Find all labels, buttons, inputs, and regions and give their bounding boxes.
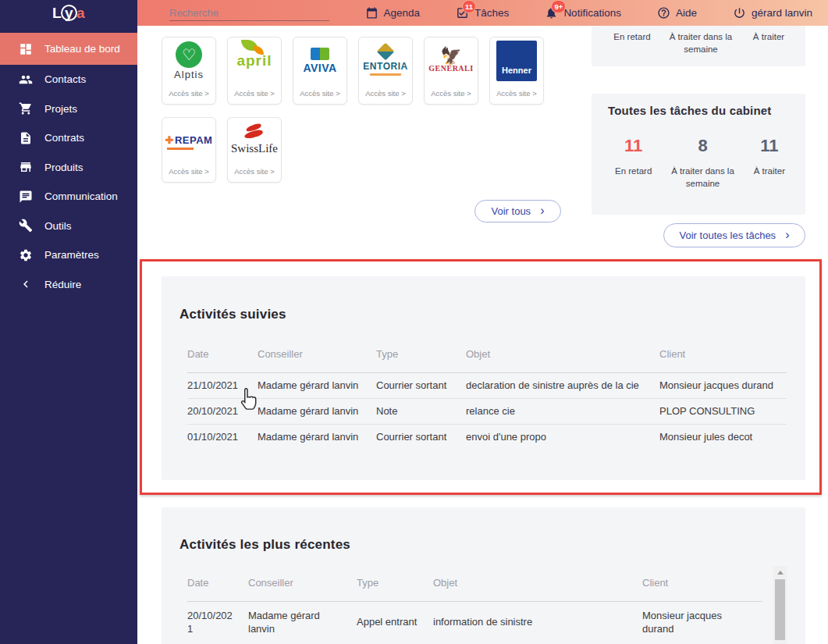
table-row[interactable]: 01/10/2021 Madame gérard lanvin Courrier… xyxy=(187,425,787,450)
stat-value: 11 xyxy=(760,136,778,156)
column-header: Conseiller xyxy=(248,577,357,589)
search-input[interactable] xyxy=(169,5,329,21)
sidebar-item-label: Réduire xyxy=(44,279,81,290)
entoria-cube-icon xyxy=(377,43,395,61)
sidebar-item-label: Tableau de bord xyxy=(44,43,120,55)
partner-name: AVIVA xyxy=(303,62,336,74)
followed-activities-card: Activités suivies Date Conseiller Type O… xyxy=(162,276,805,480)
notifications-button[interactable]: 9+ Notifications xyxy=(545,6,621,20)
dashboard-page: L y a Tableau de bord Contacts Projets C… xyxy=(0,0,828,644)
help-button[interactable]: Aide xyxy=(657,6,697,20)
sidebar-nav: Tableau de bord Contacts Projets Contrat… xyxy=(0,33,137,299)
sidebar-item-label: Communication xyxy=(44,190,118,202)
stat-value: 8 xyxy=(698,136,707,156)
alptis-heart-icon: ♡ xyxy=(176,41,202,68)
stat-label: En retard xyxy=(609,31,656,55)
partner-card-entoria[interactable]: ENTORIA Accès site > xyxy=(358,37,413,105)
stat-label: À traiter xyxy=(746,31,791,55)
access-site-link[interactable]: Accès site > xyxy=(234,84,274,104)
sidebar-item-communication[interactable]: Communication xyxy=(0,182,137,212)
stat-value: 11 xyxy=(624,136,642,156)
partner-card-generali[interactable]: 🦅 GENERALI Accès site > xyxy=(424,37,478,105)
top-header: Agenda 11 Tâches 9+ Notifications Aide g… xyxy=(137,0,828,26)
section-title: Activités suivies xyxy=(162,276,805,322)
user-name: gérard lanvin xyxy=(752,7,812,19)
table-header-row: Date Conseiller Type Objet Client xyxy=(187,348,787,360)
sidebar: L y a Tableau de bord Contacts Projets C… xyxy=(0,0,137,644)
partner-name: Alptis xyxy=(174,69,204,80)
access-site-link[interactable]: Accès site > xyxy=(169,162,208,182)
access-site-link[interactable]: Accès site > xyxy=(234,162,274,182)
power-icon xyxy=(733,6,746,20)
agenda-button[interactable]: Agenda xyxy=(365,6,421,20)
aviva-flag-icon xyxy=(311,48,329,60)
access-site-link[interactable]: Accès site > xyxy=(496,84,536,104)
recent-activities-card: Activités les plus récentes Date Conseil… xyxy=(162,507,805,644)
sidebar-item-contrats[interactable]: Contrats xyxy=(0,123,137,153)
swisslife-swoosh-icon xyxy=(244,125,265,139)
sidebar-item-outils[interactable]: Outils xyxy=(0,212,137,241)
partner-card-henner[interactable]: Henner Accès site > xyxy=(489,37,544,105)
partner-name: ENTORIA xyxy=(363,61,407,72)
column-header: Type xyxy=(357,577,433,589)
tasks-button[interactable]: 11 Tâches xyxy=(456,6,509,20)
chevron-left-icon xyxy=(19,277,33,291)
stat-label: À traiter dans la semaine xyxy=(668,165,738,190)
table-row[interactable]: 20/10/2021 Madame gérard lanvin Note rel… xyxy=(187,399,787,425)
partner-card-alptis[interactable]: ♡ Alptis Accès site > xyxy=(162,37,216,105)
repam-plus-icon: ✚ xyxy=(165,134,174,146)
user-menu-button[interactable]: gérard lanvin xyxy=(733,6,812,20)
partner-name: Henner xyxy=(502,66,531,75)
stat-overdue: 11 En retard xyxy=(615,136,652,190)
stat-label: En retard xyxy=(615,165,652,178)
see-all-tasks-button[interactable]: Voir toutes les tâches › xyxy=(663,223,805,247)
sidebar-item-label: Projets xyxy=(44,103,77,115)
app-logo[interactable]: L y a xyxy=(0,0,137,26)
sidebar-item-label: Outils xyxy=(44,220,72,232)
column-header: Conseiller xyxy=(258,348,376,360)
sidebar-item-parametres[interactable]: Paramètres xyxy=(0,240,137,270)
stat-week: 8 À traiter dans la semaine xyxy=(668,136,738,190)
access-site-link[interactable]: Accès site > xyxy=(431,84,471,104)
access-site-link[interactable]: Accès site > xyxy=(365,84,405,104)
access-site-link[interactable]: Accès site > xyxy=(300,84,339,104)
scrollbar-thumb[interactable] xyxy=(775,579,785,640)
column-header: Client xyxy=(659,348,787,360)
partner-card-swisslife[interactable]: SwissLife Accès site > xyxy=(227,117,282,183)
partner-card-repam[interactable]: ✚REPAM Accès site > xyxy=(162,117,216,183)
people-icon xyxy=(19,73,33,87)
column-header: Objet xyxy=(466,348,659,360)
partner-card-april[interactable]: april Accès site > xyxy=(227,37,282,105)
access-site-link[interactable]: Accès site > xyxy=(169,84,208,104)
sidebar-item-produits[interactable]: Produits xyxy=(0,153,137,183)
repam-logo: ✚REPAM xyxy=(165,134,213,146)
help-icon xyxy=(657,6,670,20)
column-header: Type xyxy=(376,348,466,360)
stat-label: À traiter xyxy=(754,165,785,178)
tasks-label: Tâches xyxy=(474,7,509,19)
partner-card-aviva[interactable]: AVIVA Accès site > xyxy=(293,37,347,105)
logo-letter-y: y xyxy=(61,5,77,21)
gear-icon xyxy=(19,248,33,262)
cabinet-tasks-panel: Toutes les tâches du cabinet 11 En retar… xyxy=(592,94,805,215)
table-scrollbar[interactable] xyxy=(773,566,787,644)
column-header: Date xyxy=(187,348,258,360)
table-row[interactable]: 21/10/2021 Madame gérard lanvin Courrier… xyxy=(187,373,787,399)
partner-name: GENERALI xyxy=(428,64,473,73)
my-tasks-panel-cut: En retard À traiter dans la semaine À tr… xyxy=(592,26,805,66)
sidebar-item-reduire[interactable]: Réduire xyxy=(0,270,137,300)
panel-title: Toutes les tâches du cabinet xyxy=(592,94,805,117)
chat-icon xyxy=(19,190,33,204)
sidebar-item-projets[interactable]: Projets xyxy=(0,94,137,124)
scrollbar-up-arrow[interactable] xyxy=(773,566,787,578)
column-header: Objet xyxy=(433,577,642,589)
table-row[interactable]: 20/10/2021 Madame gérard lanvin Appel en… xyxy=(187,602,762,644)
stat-todo: 11 À traiter xyxy=(754,136,785,190)
tasks-badge: 11 xyxy=(462,0,476,13)
april-logo: april xyxy=(236,52,272,69)
sidebar-item-contacts[interactable]: Contacts xyxy=(0,65,137,94)
sidebar-item-label: Paramètres xyxy=(44,249,99,261)
see-all-partners-button[interactable]: Voir tous › xyxy=(474,200,561,222)
sidebar-item-tableau-de-bord[interactable]: Tableau de bord xyxy=(0,33,137,65)
generali-lion-icon: 🦅 xyxy=(440,48,461,64)
